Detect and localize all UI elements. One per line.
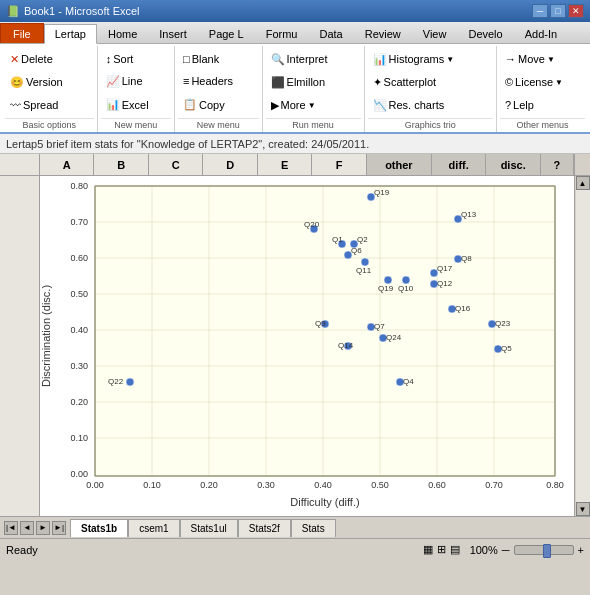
col-header-diff[interactable]: diff. xyxy=(432,154,486,175)
col-header-c[interactable]: C xyxy=(149,154,203,175)
tab-lertap[interactable]: Lertap xyxy=(44,24,97,44)
col-header-e[interactable]: E xyxy=(258,154,312,175)
delete-icon: ✕ xyxy=(10,53,19,66)
col-header-q[interactable]: ? xyxy=(541,154,574,175)
svg-text:Q10: Q10 xyxy=(398,284,414,293)
copy-button[interactable]: 📋 Copy xyxy=(178,93,230,116)
headers-button[interactable]: ≡ Headers xyxy=(178,71,238,93)
col-header-other[interactable]: other xyxy=(367,154,432,175)
scroll-track[interactable] xyxy=(576,190,590,502)
more-button[interactable]: ▶ More ▼ xyxy=(266,94,321,116)
svg-text:Q24: Q24 xyxy=(386,333,402,342)
vertical-scrollbar[interactable]: ▲ ▼ xyxy=(574,176,590,516)
minimize-button[interactable]: ─ xyxy=(532,4,548,18)
zoom-plus-button[interactable]: + xyxy=(578,544,584,556)
scatterplot-button[interactable]: ✦ Scatterplot xyxy=(368,71,442,93)
interpret-button[interactable]: 🔍 Interpret xyxy=(266,48,333,70)
svg-text:Q1: Q1 xyxy=(332,235,343,244)
close-button[interactable]: ✕ xyxy=(568,4,584,18)
sort-icon: ↕ xyxy=(106,53,112,65)
version-button[interactable]: 😊 Version xyxy=(5,71,68,93)
group-new-menu-1: ↕ Sort 📈 Line 📊 Excel New menu xyxy=(98,46,175,132)
col-header-b[interactable]: B xyxy=(94,154,148,175)
svg-text:0.00: 0.00 xyxy=(86,480,104,490)
tab-develo[interactable]: Develo xyxy=(457,23,513,43)
info-bar: Lertap5 brief item stats for "Knowledge … xyxy=(0,134,590,154)
sheet-tab-stats2f[interactable]: Stats2f xyxy=(238,519,291,537)
copy-icon: 📋 xyxy=(183,98,197,111)
tab-home[interactable]: Home xyxy=(97,23,148,43)
svg-text:0.30: 0.30 xyxy=(257,480,275,490)
sheet-nav-first[interactable]: |◄ xyxy=(4,521,18,535)
scroll-down-button[interactable]: ▼ xyxy=(576,502,590,516)
status-text: Ready xyxy=(6,544,38,556)
zoom-minus-button[interactable]: ─ xyxy=(502,544,510,556)
tab-pagel[interactable]: Page L xyxy=(198,23,255,43)
sheet-nav-prev[interactable]: ◄ xyxy=(20,521,34,535)
svg-text:Q14: Q14 xyxy=(338,341,354,350)
title-bar: 📗 Book1 - Microsoft Excel ─ □ ✕ xyxy=(0,0,590,22)
status-bar: Ready ▦ ⊞ ▤ 100% ─ + xyxy=(0,538,590,560)
svg-text:0.50: 0.50 xyxy=(70,289,88,299)
corner-cell xyxy=(0,154,40,175)
license-dropdown-icon: ▼ xyxy=(555,78,563,87)
view-normal-icon[interactable]: ▦ xyxy=(423,543,433,556)
line-icon: 📈 xyxy=(106,75,120,88)
sheet-tab-stats1ul[interactable]: Stats1ul xyxy=(180,519,238,537)
col-header-f[interactable]: F xyxy=(312,154,366,175)
sheet-tab-csem1[interactable]: csem1 xyxy=(128,519,179,537)
scroll-up-button[interactable]: ▲ xyxy=(576,176,590,190)
view-break-icon[interactable]: ▤ xyxy=(450,543,460,556)
tab-view[interactable]: View xyxy=(412,23,458,43)
col-header-d[interactable]: D xyxy=(203,154,257,175)
zoom-thumb[interactable] xyxy=(543,544,551,558)
sheet-tab-stats1b[interactable]: Stats1b xyxy=(70,519,128,537)
tab-insert[interactable]: Insert xyxy=(148,23,198,43)
sheet-tab-stats[interactable]: Stats xyxy=(291,519,336,537)
col-header-disc[interactable]: disc. xyxy=(486,154,540,175)
elmillon-button[interactable]: ⬛ Elmillon xyxy=(266,71,331,93)
zoom-slider[interactable] xyxy=(514,545,574,555)
svg-text:Q5: Q5 xyxy=(501,344,512,353)
histograms-button[interactable]: 📊 Histograms ▼ xyxy=(368,48,460,70)
column-headers-row: A B C D E F other diff. disc. ? xyxy=(0,154,590,176)
delete-button[interactable]: ✕ Delete xyxy=(5,48,58,70)
new-menu-2-label: New menu xyxy=(178,118,259,130)
excel-btn[interactable]: 📊 Excel xyxy=(101,94,154,116)
svg-text:0.70: 0.70 xyxy=(70,217,88,227)
lelp-button[interactable]: ? Lelp xyxy=(500,94,539,116)
line-button[interactable]: 📈 Line xyxy=(101,70,148,92)
move-button[interactable]: → Move ▼ xyxy=(500,48,560,70)
view-layout-icon[interactable]: ⊞ xyxy=(437,543,446,556)
license-icon: © xyxy=(505,76,513,88)
svg-text:Q17: Q17 xyxy=(437,264,453,273)
svg-text:Q11: Q11 xyxy=(356,266,372,275)
sheet-nav-next[interactable]: ► xyxy=(36,521,50,535)
tab-addin[interactable]: Add-In xyxy=(514,23,568,43)
move-dropdown-icon: ▼ xyxy=(547,55,555,64)
new-menu-1-label: New menu xyxy=(101,118,171,130)
tab-data[interactable]: Data xyxy=(308,23,353,43)
sort-button[interactable]: ↕ Sort xyxy=(101,48,139,69)
svg-text:Q8: Q8 xyxy=(461,254,472,263)
sheet-nav-last[interactable]: ►| xyxy=(52,521,66,535)
svg-text:0.80: 0.80 xyxy=(70,181,88,191)
graphics-trio-label: Graphics trio xyxy=(368,118,493,130)
license-button[interactable]: © License ▼ xyxy=(500,71,568,93)
new-menu-1-buttons: ↕ Sort 📈 Line 📊 Excel xyxy=(101,48,171,116)
res-charts-button[interactable]: 📉 Res. charts xyxy=(368,94,450,116)
maximize-button[interactable]: □ xyxy=(550,4,566,18)
col-header-a[interactable]: A xyxy=(40,154,94,175)
tab-review[interactable]: Review xyxy=(354,23,412,43)
other-menus-label: Other menus xyxy=(500,118,585,130)
res-charts-icon: 📉 xyxy=(373,99,387,112)
blank-button[interactable]: □ Blank xyxy=(178,48,224,70)
svg-text:0.60: 0.60 xyxy=(70,253,88,263)
tab-file[interactable]: File xyxy=(0,23,44,43)
svg-text:Q23: Q23 xyxy=(495,319,511,328)
headers-icon: ≡ xyxy=(183,75,189,87)
tab-formu[interactable]: Formu xyxy=(255,23,309,43)
sheet-nav-buttons: |◄ ◄ ► ►| xyxy=(0,521,70,535)
spread-button[interactable]: 〰 Spread xyxy=(5,95,63,116)
window-controls[interactable]: ─ □ ✕ xyxy=(532,4,584,18)
